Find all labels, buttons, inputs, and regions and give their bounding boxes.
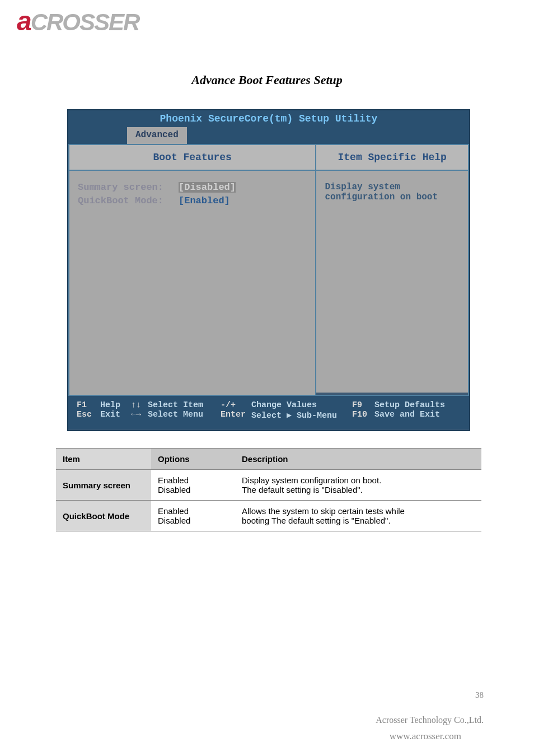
help-content: Display system configuration on boot	[316, 171, 468, 393]
setting-quickboot-mode[interactable]: QuickBoot Mode: [Enabled]	[78, 195, 307, 206]
bios-settings-list: Summary screen: [Disabled] QuickBoot Mod…	[69, 171, 315, 395]
company-logo: aCROSSER	[17, 6, 139, 36]
key-f9: F9	[352, 400, 374, 410]
summary-screen-value[interactable]: [Disabled]	[179, 182, 236, 193]
action-select-item: Select Item	[148, 400, 221, 410]
action-setup-defaults: Setup Defaults	[374, 400, 445, 410]
page-title: Advance Boot Features Setup	[0, 73, 534, 87]
help-header: Item Specific Help	[316, 145, 468, 171]
header-options: Options	[151, 449, 235, 470]
options-quickboot-mode: Enabled Disabled	[151, 501, 235, 531]
key-esc: Esc	[77, 410, 100, 421]
item-summary-screen: Summary screen	[56, 470, 151, 501]
arrow-updown-icon: ↑↓	[131, 400, 148, 410]
footer-row-1: F1 Help ↑↓ Select Item -/+ Change Values…	[77, 400, 461, 410]
header-description: Description	[235, 449, 481, 470]
table-header-row: Item Options Description	[56, 449, 481, 470]
label-help: Help	[100, 400, 131, 410]
bios-tab-bar: Advanced	[68, 127, 469, 144]
tab-advanced[interactable]: Advanced	[127, 127, 187, 144]
footer-website-url: www.acrosser.com	[390, 731, 461, 742]
help-text-line2: configuration on boot	[325, 192, 460, 202]
logo-red-letter: a	[17, 6, 31, 36]
table-row: QuickBoot Mode Enabled Disabled Allows t…	[56, 501, 481, 531]
summary-screen-label: Summary screen:	[78, 182, 179, 193]
bios-content-area: Boot Features Summary screen: [Disabled]…	[68, 144, 469, 396]
item-quickboot-mode: QuickBoot Mode	[56, 501, 151, 531]
table-row: Summary screen Enabled Disabled Display …	[56, 470, 481, 501]
bios-footer-keys: F1 Help ↑↓ Select Item -/+ Change Values…	[68, 396, 469, 430]
footer-row-2: Esc Exit ←→ Select Menu Enter Select ▶ S…	[77, 410, 461, 421]
boot-features-header: Boot Features	[69, 145, 315, 171]
header-item: Item	[56, 449, 151, 470]
settings-description-table: Item Options Description Summary screen …	[56, 448, 481, 531]
bios-help-panel: Item Specific Help Display system config…	[316, 145, 468, 395]
help-text-line1: Display system	[325, 182, 460, 192]
bios-title: Phoenix SecureCore(tm) Setup Utility	[68, 110, 469, 127]
page-number: 38	[475, 690, 484, 700]
quickboot-mode-value[interactable]: [Enabled]	[179, 195, 230, 206]
desc-summary-screen: Display system configuration on boot. Th…	[235, 470, 481, 501]
action-select-submenu: Select ▶ Sub-Menu	[251, 410, 352, 421]
key-minus-plus: -/+	[221, 400, 251, 410]
label-exit: Exit	[100, 410, 131, 421]
setting-summary-screen[interactable]: Summary screen: [Disabled]	[78, 182, 307, 193]
quickboot-mode-label: QuickBoot Mode:	[78, 195, 179, 206]
desc-quickboot-mode: Allows the system to skip certain tests …	[235, 501, 481, 531]
action-save-exit: Save and Exit	[374, 410, 440, 421]
arrow-leftright-icon: ←→	[131, 410, 148, 421]
key-enter: Enter	[221, 410, 251, 421]
action-change-values: Change Values	[251, 400, 352, 410]
key-f1: F1	[77, 400, 100, 410]
bios-screenshot: Phoenix SecureCore(tm) Setup Utility Adv…	[67, 109, 470, 431]
action-select-menu: Select Menu	[148, 410, 221, 421]
key-f10: F10	[352, 410, 374, 421]
logo-gray-text: CROSSER	[31, 9, 139, 35]
bios-main-panel: Boot Features Summary screen: [Disabled]…	[69, 145, 316, 395]
options-summary-screen: Enabled Disabled	[151, 470, 235, 501]
footer-company-name: Acrosser Technology Co.,Ltd.	[376, 715, 484, 725]
